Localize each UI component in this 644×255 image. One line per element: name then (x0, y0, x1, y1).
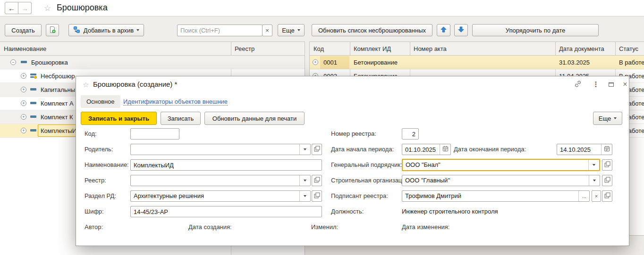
code-input[interactable] (131, 129, 179, 139)
column-header-kit[interactable]: Комплект ИД (354, 42, 391, 56)
app-window: ← → ☆ Брошюровка Создать Добавить в архи… (0, 0, 644, 255)
tab-external-ids[interactable]: Идентификаторы объектов внешние (123, 95, 228, 108)
move-down-button[interactable] (454, 24, 468, 36)
expand-icon[interactable]: + (21, 114, 26, 120)
dialog-close-button[interactable]: × (619, 79, 631, 90)
expand-icon[interactable]: + (21, 87, 26, 92)
expand-icon[interactable]: + (313, 59, 318, 65)
chevron-down-icon (136, 29, 139, 31)
tab-external-ids-label: Идентификаторы объектов внешние (123, 98, 228, 106)
period-end-input[interactable] (557, 144, 601, 155)
construction-org-combo[interactable]: ООО "Главный" (402, 175, 600, 186)
save-and-close-button[interactable]: Записать и закрыть (81, 112, 157, 125)
expand-icon[interactable]: + (21, 100, 26, 106)
registry-combo[interactable] (130, 175, 311, 186)
tree-row-broshyurovka[interactable]: − Брошюровка (0, 56, 305, 69)
period-start-field[interactable] (402, 144, 451, 155)
search-clear-button[interactable]: × (262, 25, 272, 36)
more-label: Еще (282, 27, 294, 34)
favorite-star-icon[interactable]: ☆ (83, 81, 89, 89)
back-button[interactable]: ← (5, 2, 18, 14)
search-field[interactable] (177, 25, 263, 36)
dropdown-button[interactable] (588, 160, 599, 170)
chevron-down-icon (614, 117, 617, 119)
get-link-button[interactable] (572, 79, 584, 90)
maximize-button[interactable] (605, 79, 617, 90)
dialog-more-button[interactable]: Еще (593, 112, 622, 125)
calendar-icon (604, 146, 610, 153)
signer-open-button[interactable] (602, 190, 612, 202)
favorite-star-icon[interactable]: ☆ (44, 3, 51, 13)
signer-clear-button[interactable]: × (592, 190, 601, 202)
column-header-code[interactable]: Код (314, 42, 324, 56)
save-button[interactable]: Записать (161, 112, 201, 125)
modified-date-label: Дата изменения: (402, 223, 449, 230)
open-icon (314, 177, 320, 184)
left-table-header: Наименование Реестр (0, 42, 305, 56)
column-header-act[interactable]: Номер акта (414, 42, 447, 56)
parent-combo[interactable] (130, 144, 311, 155)
column-header-date[interactable]: Дата документа (559, 42, 604, 56)
act-row-selected[interactable]: + 0001 Бетонирование 31.03.2025 В работе (310, 56, 644, 69)
general-contractor-combo[interactable]: ООО "Бнал" (402, 159, 600, 171)
column-header-registry[interactable]: Реестр (235, 42, 254, 56)
parent-open-button[interactable] (312, 144, 322, 155)
chevron-down-icon (297, 29, 300, 31)
dropdown-button[interactable] (299, 144, 310, 155)
cipher-field[interactable] (130, 206, 322, 217)
dropdown-button[interactable] (589, 175, 600, 186)
dialog-title: Брошюровка (создание) * (93, 80, 177, 88)
period-start-input[interactable] (402, 144, 440, 155)
column-header-status[interactable]: Статус (619, 42, 638, 56)
refresh-print-data-label: Обновить данные для печати (212, 115, 297, 122)
arrow-down-icon (458, 26, 465, 34)
act-number (414, 56, 553, 69)
registry-open-button[interactable] (312, 175, 322, 186)
create-button[interactable]: Создать (5, 24, 42, 36)
expand-icon[interactable]: + (21, 128, 26, 133)
construction-org-value: ООО "Главный" (402, 175, 589, 186)
back-icon: ← (8, 4, 15, 12)
position-value: Инженер строительного контроля (402, 208, 498, 215)
add-to-archive-button[interactable]: Добавить в архив (68, 24, 144, 36)
right-table-header: Код Комплект ИД Номер акта Дата документ… (310, 42, 644, 56)
registry-number-input[interactable] (402, 129, 418, 139)
select-ellipsis-button[interactable]: ... (578, 191, 589, 201)
act-kit: Бетонирование (354, 56, 408, 69)
refresh-print-data-button[interactable]: Обновить данные для печати (204, 112, 305, 125)
chevron-down-icon (304, 195, 306, 197)
kebab-menu-button[interactable]: ⋮ (590, 79, 602, 90)
calendar-button[interactable] (440, 144, 450, 155)
general-contractor-open-button[interactable] (602, 159, 612, 171)
group-icon-with-badge (30, 73, 38, 79)
signer-field[interactable]: Трофимов Дмитрий ... (402, 190, 590, 202)
tab-main-label: Основное (86, 98, 115, 105)
create-group-button[interactable] (46, 24, 59, 36)
dropdown-button[interactable] (299, 175, 310, 186)
tab-main[interactable]: Основное (81, 95, 120, 108)
column-header-name[interactable]: Наименование (4, 42, 46, 56)
rd-section-open-button[interactable] (312, 190, 322, 202)
period-end-field[interactable] (557, 144, 612, 155)
expand-icon[interactable]: + (21, 73, 26, 79)
signer-value: Трофимов Дмитрий (402, 191, 578, 201)
move-up-button[interactable] (437, 24, 450, 36)
construction-org-open-button[interactable] (602, 175, 612, 186)
cipher-input[interactable] (131, 206, 322, 217)
rd-section-combo[interactable]: Архитектурные решения (130, 190, 311, 202)
code-field[interactable] (130, 128, 179, 140)
open-icon (604, 192, 610, 200)
search-input[interactable] (178, 25, 262, 36)
name-input[interactable] (131, 160, 322, 170)
dropdown-button[interactable] (299, 191, 310, 201)
arrow-up-icon (440, 26, 447, 34)
collapse-icon[interactable]: − (10, 59, 16, 65)
registry-number-field[interactable] (402, 128, 419, 140)
modified-by-label: Изменил: (311, 223, 338, 230)
left-more-button[interactable]: Еще (278, 24, 305, 36)
refresh-unbound-list-button[interactable]: Обновить список несброшюрованных (312, 24, 432, 36)
calendar-button[interactable] (601, 144, 612, 155)
forward-button[interactable]: → (18, 2, 32, 14)
sort-by-date-button[interactable]: Упорядочить по дате (472, 24, 599, 36)
name-field[interactable] (130, 159, 322, 171)
